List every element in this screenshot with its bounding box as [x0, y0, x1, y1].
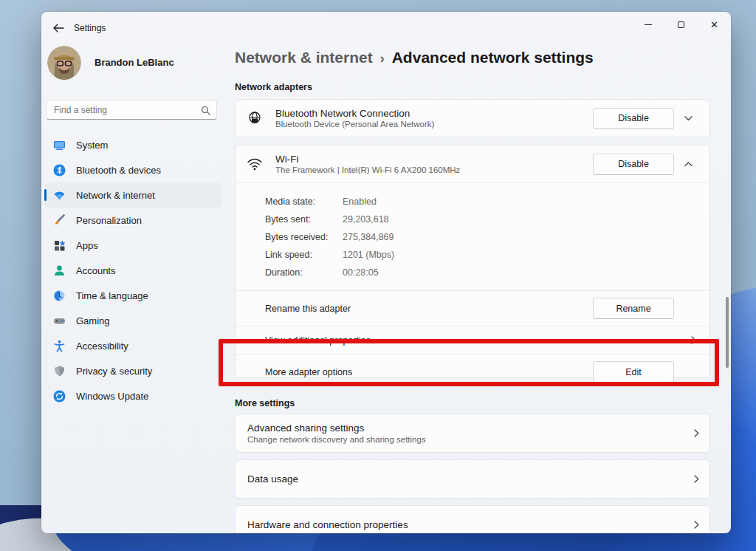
chevron-right-icon	[694, 475, 699, 483]
adapter-title: Bluetooth Network Connection	[275, 108, 593, 119]
sidebar-item-personalization[interactable]: Personalization	[44, 208, 221, 233]
more-adapter-options-row: More adapter options Edit	[236, 355, 709, 389]
hardware-connection-properties-card[interactable]: Hardware and connection properties	[235, 505, 710, 533]
detail-label: Bytes received:	[265, 228, 343, 246]
search-input[interactable]	[47, 100, 216, 119]
sidebar-item-apps[interactable]: Apps	[44, 233, 221, 258]
sidebar-item-label: Time & language	[76, 290, 148, 301]
search-icon	[201, 105, 210, 118]
sidebar-nav: System Bluetooth & devices Network & int…	[44, 132, 221, 408]
chevron-right-icon	[691, 336, 696, 344]
detail-value: 29,203,618	[343, 211, 389, 228]
view-additional-properties-label: View additional properties	[265, 335, 691, 346]
rename-adapter-label: Rename this adapter	[265, 304, 593, 314]
page-title: Advanced network settings	[392, 49, 594, 66]
wifi-details: Media state: Enabled Bytes sent: 29,203,…	[236, 183, 709, 290]
card-title: Data usage	[247, 473, 694, 485]
apps-icon	[53, 239, 66, 252]
sidebar-item-label: Accounts	[76, 265, 115, 276]
accessibility-icon	[53, 340, 66, 352]
adapter-subtitle: The Framework | Intel(R) Wi-Fi 6 AX200 1…	[275, 165, 593, 174]
disable-bluetooth-button[interactable]: Disable	[593, 108, 674, 129]
time-language-icon	[53, 290, 66, 302]
detail-label: Media state:	[265, 193, 343, 211]
privacy-icon	[53, 365, 66, 377]
maximize-button[interactable]	[664, 12, 698, 37]
scrollbar-thumb[interactable]	[726, 297, 729, 368]
edit-button[interactable]: Edit	[593, 361, 674, 383]
wifi-adapter-icon	[246, 155, 264, 173]
detail-row: Duration: 00:28:05	[265, 264, 698, 281]
close-button[interactable]: ✕	[698, 12, 731, 37]
globe-adapter-icon	[246, 109, 264, 127]
bluetooth-icon	[53, 164, 66, 177]
window-controls: ✕	[631, 12, 731, 37]
sidebar-item-accessibility[interactable]: Accessibility	[44, 333, 221, 358]
sidebar-item-label: Windows Update	[76, 391, 148, 402]
rename-button[interactable]: Rename	[593, 298, 674, 319]
rename-adapter-row: Rename this adapter Rename	[236, 291, 709, 326]
adapter-title: Wi-Fi	[275, 154, 593, 165]
sidebar-item-time-language[interactable]: Time & language	[44, 283, 221, 308]
gaming-icon	[53, 315, 66, 327]
detail-row: Bytes sent: 29,203,618	[265, 211, 698, 228]
selected-accent-bar	[44, 189, 47, 201]
avatar[interactable]	[47, 46, 81, 80]
detail-label: Link speed:	[265, 246, 343, 264]
disable-wifi-button[interactable]: Disable	[593, 154, 674, 175]
minimize-icon	[645, 24, 652, 25]
collapse-wifi-button[interactable]	[677, 153, 699, 175]
system-icon	[53, 139, 66, 151]
expand-bluetooth-button[interactable]	[677, 107, 699, 129]
breadcrumb: Network & internet›Advanced network sett…	[235, 49, 594, 66]
close-icon: ✕	[710, 20, 718, 30]
detail-label: Bytes sent:	[265, 211, 343, 228]
detail-value: Enabled	[343, 193, 377, 211]
personalization-icon	[53, 214, 66, 227]
sidebar-item-label: Gaming	[76, 315, 110, 326]
section-network-adapters: Network adapters	[235, 82, 312, 92]
avatar-image	[47, 46, 81, 80]
detail-row: Link speed: 1201 (Mbps)	[265, 246, 698, 264]
window-title: Settings	[74, 23, 106, 33]
card-title: Hardware and connection properties	[247, 519, 694, 530]
detail-row: Media state: Enabled	[265, 193, 698, 211]
sidebar-item-bluetooth-devices[interactable]: Bluetooth & devices	[44, 157, 221, 182]
adapter-subtitle: Bluetooth Device (Personal Area Network)	[275, 120, 593, 129]
back-arrow-icon	[52, 24, 64, 32]
detail-label: Duration:	[265, 264, 343, 281]
sidebar-item-windows-update[interactable]: Windows Update	[44, 383, 221, 408]
card-subtitle: Change network discovery and sharing set…	[247, 435, 694, 444]
sidebar-item-label: Bluetooth & devices	[76, 165, 161, 176]
sidebar-item-system[interactable]: System	[44, 132, 221, 157]
detail-value: 1201 (Mbps)	[343, 246, 394, 264]
section-more-settings: More settings	[235, 398, 295, 408]
windows-update-icon	[53, 390, 66, 403]
sidebar-item-label: Apps	[76, 240, 98, 251]
profile-name: Brandon LeBlanc	[94, 57, 174, 68]
minimize-button[interactable]	[631, 12, 664, 37]
chevron-up-icon	[684, 162, 693, 167]
chevron-down-icon	[684, 116, 693, 121]
chevron-right-icon	[694, 521, 699, 529]
settings-window: Settings ✕ Brandon LeBlanc	[41, 12, 731, 533]
view-additional-properties-row[interactable]: View additional properties	[236, 326, 709, 354]
sidebar-item-label: Personalization	[76, 215, 142, 226]
more-adapter-options-label: More adapter options	[265, 367, 593, 377]
detail-value: 275,384,869	[343, 228, 394, 246]
sidebar-item-privacy-security[interactable]: Privacy & security	[44, 358, 221, 383]
sidebar-item-label: Privacy & security	[76, 366, 152, 377]
data-usage-card[interactable]: Data usage	[235, 459, 710, 499]
detail-value: 00:28:05	[343, 264, 379, 281]
sidebar-item-gaming[interactable]: Gaming	[44, 308, 221, 333]
advanced-sharing-settings-card[interactable]: Advanced sharing settings Change network…	[235, 414, 710, 453]
breadcrumb-separator: ›	[380, 51, 385, 66]
sidebar-item-network-internet[interactable]: Network & internet	[44, 182, 221, 208]
back-button[interactable]	[47, 19, 69, 37]
network-icon	[53, 189, 66, 202]
breadcrumb-parent[interactable]: Network & internet	[235, 49, 373, 66]
sidebar-item-accounts[interactable]: Accounts	[44, 258, 221, 283]
card-title: Advanced sharing settings	[247, 422, 694, 434]
sidebar-item-label: System	[76, 140, 108, 151]
sidebar-item-label: Accessibility	[76, 340, 128, 352]
